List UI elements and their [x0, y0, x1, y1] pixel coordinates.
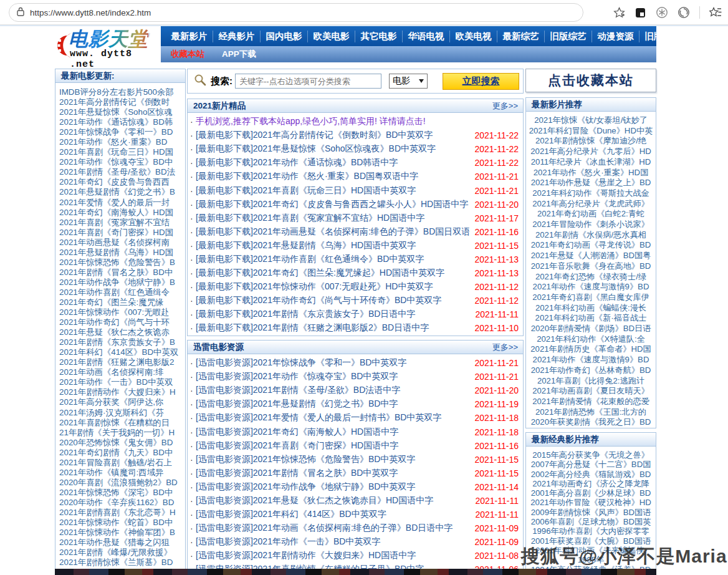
list-item[interactable]: 2021年奇幻动画《白蛇2:青蛇 [527, 209, 654, 220]
list-item[interactable]: 2021年动作奇幻《尚气与十环 [59, 317, 182, 327]
bookmark-site-button[interactable]: 点击收藏本站 [525, 69, 656, 92]
list-item[interactable]: 2021年科幻动画《蝙蝠侠:漫长 [527, 303, 654, 314]
list-item[interactable]: 2021年剧情《圣母/圣欲》BD法 [59, 167, 182, 177]
address-bar[interactable]: https://www.dytt8.net/index2.htm [9, 3, 583, 22]
list-item[interactable]: 2011年纪录片《冰血长津湖》HD [527, 157, 654, 168]
list-item[interactable]: 2021年动作《惊魂夺宝》BD中 [59, 157, 182, 167]
list-item[interactable]: 2021年惊悚恐怖《深宅》BD中 [59, 488, 182, 498]
movie-link[interactable]: [最新电影下载]2021年悬疑惊悚《Soho区惊魂夜》BD中英双字 [196, 143, 469, 155]
nav-item-0[interactable]: 最新影片 [166, 31, 213, 42]
list-item[interactable]: 2021年动作悬疑《悬崖之上》BD [527, 178, 654, 188]
list-item[interactable]: IMDB评分8分左右影片500余部 [59, 87, 182, 97]
list-item[interactable]: 2021年惊悚动作《007:无暇赴 [59, 307, 182, 317]
list-item[interactable]: 2021年科幻《414区》BD中英双 [59, 347, 182, 357]
list-item[interactable]: 2021年剧情《峰爆/无限救援》 [59, 548, 182, 558]
list-item[interactable]: 2021年喜剧《玩命三日》HD国 [59, 147, 182, 157]
subnav-item-1[interactable]: APP下载 [222, 49, 256, 60]
nav-item-1[interactable]: 经典影片 [213, 31, 261, 42]
nav-item-7[interactable]: 最新综艺 [497, 31, 545, 42]
list-item[interactable]: 2021年科幻冒险《Dune》HD中英 [527, 126, 654, 137]
list-item[interactable]: 2020年喜剧《流浪猫鲍勃2》BD [59, 478, 182, 488]
list-item[interactable]: 2021年悬疑剧情《乌海》HD国 [59, 248, 182, 258]
movie-link[interactable]: [最新电影下载]2021年惊悚动作《007:无暇赴死》HD中英双字 [196, 281, 469, 292]
movie-link[interactable]: [最新电影下载]2021年喜剧《玩命三日》HD国语中英双字 [196, 185, 469, 196]
nav-item-5[interactable]: 华语电视 [403, 31, 450, 42]
list-item[interactable]: 2021年惊悚战争《零和一》BD [59, 127, 182, 137]
list-item[interactable]: 2021年惊悚动作《神偷军团》B [59, 528, 182, 538]
nav-item-9[interactable]: 动漫资源 [592, 31, 639, 42]
list-item[interactable]: 2021年高分获奖《阿伊达,你 [59, 397, 182, 407]
movie-link[interactable]: [迅雷电影资源]2021年悬疑《狄仁杰之恢诡赤目》HD国语中字 [196, 495, 470, 506]
movie-link[interactable]: [迅雷电影资源]2021年爱情《爱人的最后一封情书》BD中英双字 [196, 412, 469, 423]
movie-link[interactable]: [最新电影下载]2021年奇幻《皮皮鲁与鲁西西之罐头小人》HD国语中字 [196, 199, 469, 210]
list-item[interactable]: 2021年动画喜剧《夏日友晴天》 [527, 386, 654, 397]
movie-link[interactable]: [最新电影下载]2021年动作喜剧《红色通缉令》BD中英双字 [196, 254, 469, 265]
list-item[interactable]: 2021年剧情《水俣病/恶水真相 [527, 230, 654, 241]
list-item[interactable]: 2021年剧情《冒名之肤》BD中 [59, 268, 182, 278]
list-item[interactable]: 2021年悬疑《人潮汹涌》BD国粤 [527, 251, 654, 261]
list-item[interactable]: 2021年冒险喜剧《触礁/岩石上 [59, 458, 182, 468]
movie-link[interactable]: [迅雷电影资源]2021年动画《名侦探柯南:绯色的子弹》BD日语中字 [196, 523, 469, 534]
new-films-more-link[interactable]: 更多>> [492, 99, 518, 112]
list-item[interactable]: 2021年喜剧《冤家宜解不宜结 [59, 218, 182, 228]
list-item[interactable]: 2021年剧情恐怖《王国:北方的 [527, 407, 654, 418]
list-item[interactable]: 2001年高分喜剧《少林足球》BD [527, 488, 654, 498]
list-item[interactable]: 2021年科幻动作《哥斯拉大战金 [527, 188, 654, 199]
list-item[interactable]: 2021年奇幻《皮皮鲁与鲁西西 [59, 177, 182, 187]
movie-link[interactable]: [迅雷电影资源]2021年惊悚恐怖《危险警告》BD中英双字 [196, 454, 469, 465]
list-item[interactable]: 2021年动作《速度与激情9》BD [527, 282, 654, 292]
list-item[interactable]: 2021年剧情动作《大嫂归来》H [59, 387, 182, 397]
list-item[interactable]: 2021年剧情《东京贵族女子》B [59, 337, 182, 347]
movie-link[interactable]: [最新电影下载]2021年动作《通话惊魂》BD韩语中字 [196, 157, 469, 168]
list-item[interactable]: 2021年奇幻《图兰朵:魔咒缘 [59, 297, 182, 307]
list-item[interactable]: 2015年高分获奖争《无境之兽》 [527, 450, 654, 460]
movie-link[interactable]: [最新电影下载]2021年喜剧《冤家宜解不宜结》HD国语中字 [196, 213, 469, 224]
list-item[interactable]: 2006年喜剧《足球尤物》BD国英 [527, 517, 654, 526]
list-item[interactable]: 2021年动作《速度与激情9》BD [527, 355, 654, 365]
list-item[interactable]: 2021年惊悚恐怖《危险警告》B [59, 258, 182, 268]
list-item[interactable]: 2021年悬疑剧情《幻觉之书》B [59, 187, 182, 197]
extension-swirl-icon[interactable] [678, 6, 690, 19]
nav-item-2[interactable]: 国内电影 [261, 31, 308, 42]
list-item[interactable]: 2021年动作《怒火·重案》BD [59, 137, 182, 147]
list-item[interactable]: 2021年剧情惊悚《兰斯基》BD [59, 558, 182, 568]
movie-link[interactable]: [迅雷电影资源]2021年动作《一击》BD中英双字 [196, 536, 469, 548]
list-item[interactable]: 2021年奇幻《南海鲛人》HD国 [59, 208, 182, 218]
list-item[interactable]: 2021年动作《怒火·重案》HD国 [527, 168, 654, 178]
nav-item-8[interactable]: 旧版综艺 [545, 31, 592, 42]
list-item[interactable]: 2021年高分纪录片《九零后》HD [527, 147, 654, 157]
movie-link[interactable]: [迅雷电影资源]2021年科幻《414区》BD中英双字 [196, 509, 470, 520]
list-item[interactable]: 21年剧情《关于我妈的一切》H [59, 428, 182, 438]
favorites-star-icon[interactable] [613, 7, 625, 19]
list-item[interactable]: 2021年奇幻剧情《九天》BD中 [59, 448, 182, 458]
movie-link[interactable]: [迅雷电影资源]2021年剧情动作《大嫂归来》HD国语中字 [196, 550, 469, 561]
list-item[interactable]: 2021年奇幻恐怖《绿衣骑士/绿 [527, 272, 654, 283]
collections-star-icon[interactable] [709, 7, 722, 19]
search-input[interactable] [235, 74, 381, 89]
movie-link[interactable]: [最新电影下载]2021年奇幻《图兰朵:魔咒缘起》HD国语中英双字 [196, 268, 469, 279]
list-item[interactable]: 2021年悬疑《狄仁杰之恢诡赤 [59, 327, 182, 337]
list-item[interactable]: 2007年高分悬疑《十二宫》BD国 [527, 460, 654, 469]
list-item[interactable]: 2020年恐怖惊悚《鬼女佣》BD [59, 438, 182, 448]
site-logo[interactable]: 电影天堂 www. dytt8 .net [55, 26, 161, 62]
list-item[interactable]: 2021年悬疑惊悚《Soho区惊魂 [59, 107, 182, 117]
list-item[interactable]: 2021年音乐歌舞《身在高地》BD [527, 261, 654, 272]
list-item[interactable]: 2021年奇幻动画《寻龙传说》BD [527, 240, 654, 251]
list-item[interactable]: 2021年高分纪录片《龙虎武师》 [527, 199, 654, 210]
category-select[interactable]: 电影 [389, 74, 428, 89]
list-item[interactable]: 2021年惊悚《钛/女泰坦/钛妙了 [527, 115, 654, 126]
list-item[interactable]: 2021年冒险动作《刺杀小说家》 [527, 220, 654, 230]
subnav-item-0[interactable]: 收藏本站 [171, 49, 204, 60]
list-item[interactable]: 2021年剧情喜剧《东北恋哥》H [59, 508, 182, 518]
list-item[interactable]: 2021年高分剧情传记《倒数时 [59, 97, 182, 107]
movie-link[interactable]: [迅雷电影资源]2021年动作战争《地狱宁静》BD中英双字 [196, 481, 469, 493]
movie-link[interactable]: 手机浏览,推荐下载本站app,绿色小巧,简单实用! 详情请点击! [196, 116, 519, 127]
list-item[interactable]: 2021年喜剧《比得兔2:逃跑计 [527, 376, 654, 387]
movie-link[interactable]: [最新电影下载]2021年动作奇幻《尚气与十环传奇》BD中英双字 [196, 295, 469, 306]
list-item[interactable]: 2021年动作喜剧《红色通缉令 [59, 288, 182, 297]
list-item[interactable]: 2021年剧情惊悚《摩加迪沙/绝 [527, 136, 654, 147]
list-item[interactable]: 2021年动作悬疑《猎毒之闪狙 [59, 538, 182, 548]
movie-link[interactable]: [迅雷电影资源]2021年喜剧《奇门密探》HD国语中字 [196, 440, 469, 452]
movie-link[interactable]: [最新电影下载]2021年剧情《东京贵族女子》BD日语中字 [196, 309, 470, 320]
movie-link[interactable]: [最新电影下载]2021年高分剧情传记《倒数时刻》BD中英双字 [196, 130, 469, 141]
